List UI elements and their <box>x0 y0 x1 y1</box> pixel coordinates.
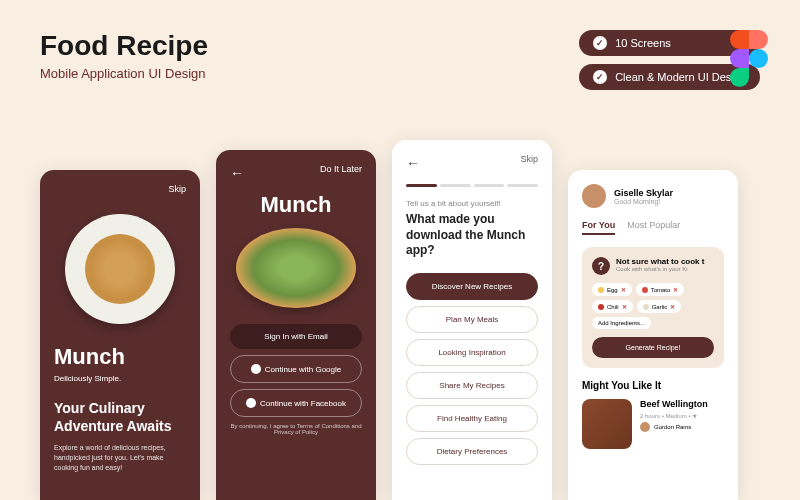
check-icon: ✓ <box>593 36 607 50</box>
option-discover[interactable]: Discover New Recipes <box>406 273 538 300</box>
chip-chili[interactable]: Chili✕ <box>592 300 633 313</box>
close-icon[interactable]: ✕ <box>622 303 627 310</box>
continue-facebook-button[interactable]: Continue with Facebook <box>230 389 362 417</box>
tab-popular[interactable]: Most Popular <box>627 220 680 235</box>
option-share[interactable]: Share My Recipes <box>406 372 538 399</box>
page-subtitle: Mobile Application UI Design <box>40 66 208 81</box>
generate-button[interactable]: Generate Recipe! <box>592 337 714 358</box>
greeting: Good Morning! <box>614 198 673 205</box>
recipe-title: Beef Wellington <box>640 399 708 409</box>
close-icon[interactable]: ✕ <box>670 303 675 310</box>
survey-subtitle: Tell us a bit about yourself! <box>406 199 538 208</box>
back-icon[interactable]: ← <box>406 155 420 171</box>
user-header[interactable]: Giselle Skylar Good Morning! <box>582 184 724 208</box>
brand-logo: Munch <box>54 344 186 370</box>
tabs: For You Most Popular <box>582 220 724 235</box>
facebook-icon <box>246 398 256 408</box>
screen-home: Giselle Skylar Good Morning! For You Mos… <box>568 170 738 500</box>
brand-tagline: Deliciously Simple. <box>54 374 186 383</box>
card-title: Not sure what to cook t <box>616 257 704 266</box>
option-inspiration[interactable]: Looking Inspiration <box>406 339 538 366</box>
legal-text: By continuing, I agree to Terms of Condi… <box>230 423 362 435</box>
card-subtitle: Cook with what's in your Ki <box>616 266 704 272</box>
screen-onboarding: Skip Munch Deliciously Simple. Your Culi… <box>40 170 200 500</box>
chef-avatar <box>640 422 650 432</box>
page-title: Food Recipe <box>40 30 208 62</box>
option-healthy[interactable]: Find Healthy Eating <box>406 405 538 432</box>
question-icon: ? <box>592 257 610 275</box>
progress-bar <box>406 184 538 187</box>
google-icon <box>251 364 261 374</box>
brand-logo: Munch <box>230 192 362 218</box>
recipe-image <box>582 399 632 449</box>
avatar <box>582 184 606 208</box>
screen-signin: ← Do It Later Munch Sign In with Email C… <box>216 150 376 500</box>
option-dietary[interactable]: Dietary Preferences <box>406 438 538 465</box>
user-name: Giselle Skylar <box>614 188 673 198</box>
chip-egg[interactable]: Egg✕ <box>592 283 632 296</box>
salad-image <box>236 228 356 308</box>
screen-survey: ← Skip Tell us a bit about yourself! Wha… <box>392 140 552 500</box>
onboarding-heading: Your Culinary Adventure Awaits <box>54 399 186 435</box>
option-plan[interactable]: Plan My Meals <box>406 306 538 333</box>
continue-google-button[interactable]: Continue with Google <box>230 355 362 383</box>
do-later-button[interactable]: Do It Later <box>320 164 362 174</box>
skip-button[interactable]: Skip <box>168 184 186 194</box>
back-icon[interactable]: ← <box>230 165 244 181</box>
survey-heading: What made you download the Munch app? <box>406 212 538 259</box>
figma-icon <box>730 30 770 86</box>
ingredient-chips: Egg✕ Tomato✕ Chili✕ Garlic✕ Add Ingredie… <box>592 283 714 329</box>
recipe-card[interactable]: Beef Wellington 2 hours • Medium • ★ Gor… <box>582 399 724 449</box>
check-icon: ✓ <box>593 70 607 84</box>
onboarding-desc: Explore a world of delicious recipes, ha… <box>54 443 186 472</box>
skip-button[interactable]: Skip <box>520 154 538 164</box>
close-icon[interactable]: ✕ <box>621 286 626 293</box>
plate-image <box>65 214 175 324</box>
chip-tomato[interactable]: Tomato✕ <box>636 283 685 296</box>
recipe-meta: 2 hours • Medium • ★ <box>640 412 708 419</box>
signin-email-button[interactable]: Sign In with Email <box>230 324 362 349</box>
add-ingredients[interactable]: Add Ingredients... <box>592 317 651 329</box>
close-icon[interactable]: ✕ <box>673 286 678 293</box>
recipe-generator-card: ? Not sure what to cook t Cook with what… <box>582 247 724 368</box>
chip-garlic[interactable]: Garlic✕ <box>637 300 682 313</box>
section-title: Might You Like It <box>582 380 724 391</box>
tab-for-you[interactable]: For You <box>582 220 615 235</box>
chef-info: Gordon Rams <box>640 422 708 432</box>
